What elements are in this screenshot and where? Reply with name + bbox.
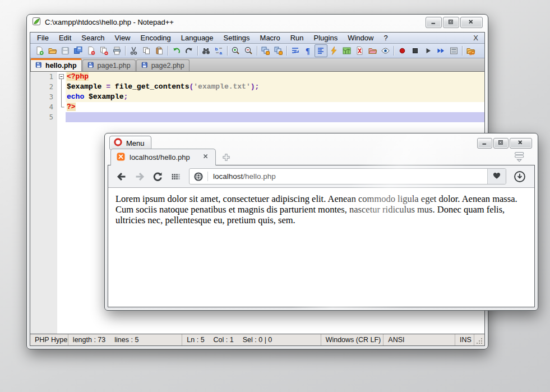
folder-workspace-button[interactable] (366, 44, 379, 57)
menu-item-view[interactable]: View (110, 33, 136, 43)
cut-button[interactable] (127, 44, 140, 57)
tab-label: page2.php (151, 62, 184, 70)
menu-item-edit[interactable]: Edit (54, 33, 76, 43)
menu-item-item[interactable]: ? (378, 33, 392, 43)
replace-button[interactable]: ba (212, 44, 225, 57)
print-button[interactable] (110, 44, 123, 57)
npp-tabbar: hello.phppage1.phppage2.php (30, 58, 484, 72)
menu-item-settings[interactable]: Settings (219, 33, 255, 43)
tab-list-button[interactable] (512, 151, 525, 164)
download-button[interactable] (512, 169, 528, 185)
macro-save-button[interactable] (447, 44, 460, 57)
toolbar-separator (286, 46, 287, 56)
back-button[interactable] (115, 170, 128, 183)
paste-button[interactable] (153, 44, 166, 57)
maximize-button[interactable] (493, 138, 509, 149)
maximize-button[interactable] (443, 17, 459, 28)
forward-button[interactable] (133, 170, 146, 183)
minimize-button[interactable] (477, 138, 492, 149)
code-line: $example = file_get_contents('example.tx… (66, 82, 484, 92)
open-button[interactable] (46, 44, 59, 57)
resize-grip-icon[interactable] (474, 334, 484, 345)
opera-tab-title: localhost/hello.php (130, 153, 198, 162)
word-wrap-button[interactable] (289, 44, 302, 57)
save-button[interactable] (59, 44, 72, 57)
saved-file-icon (87, 62, 95, 70)
toolbar-separator (168, 46, 168, 56)
page-content: Lorem ipsum dolor sit amet, consectetuer… (108, 188, 534, 307)
opera-client-area: localhost/hello.php Lorem ipsum dolor si… (108, 165, 535, 307)
opera-tab[interactable]: localhost/hello.php (110, 149, 216, 165)
menu-item-macro[interactable]: Macro (255, 33, 285, 43)
close-button[interactable] (460, 17, 483, 28)
undo-button[interactable] (170, 44, 183, 57)
fold-marker-icon[interactable] (57, 72, 66, 122)
doc-switcher-button[interactable] (353, 44, 366, 57)
fold-margin[interactable] (57, 72, 66, 334)
code-token: 'example.txt' (193, 82, 250, 91)
site-badge-icon[interactable] (193, 172, 204, 182)
opera-titlebar[interactable]: Menu (105, 133, 538, 150)
code-line: <?php (66, 72, 484, 82)
zoom-out-button[interactable] (242, 44, 255, 57)
sync-h-button[interactable] (272, 44, 285, 57)
npp-close-document-button[interactable]: X (467, 34, 484, 42)
doc-map-button[interactable] (340, 44, 353, 57)
code-token: ?> (67, 103, 76, 111)
copy-button[interactable] (140, 44, 153, 57)
menu-item-file[interactable]: File (32, 33, 54, 43)
toolbar-separator (197, 46, 198, 56)
menu-item-language[interactable]: Language (176, 33, 219, 43)
close-all-button[interactable] (98, 44, 110, 57)
find-button[interactable] (200, 44, 212, 57)
npp-statusbar: PHP Hyperte length : 73lines : 5 Ln : 5C… (30, 334, 484, 345)
status-encoding[interactable]: ANSI (383, 334, 455, 345)
status-insert-mode[interactable]: INS (455, 334, 474, 345)
menu-item-window[interactable]: Window (343, 33, 378, 43)
function-list-button[interactable] (327, 44, 340, 57)
close-button[interactable] (85, 44, 98, 57)
npp-menubar: FileEditSearchViewEncodingLanguageSettin… (30, 33, 484, 44)
save-all-button[interactable] (72, 44, 85, 57)
npp-titlebar[interactable]: C:\xampp\htdocs\hello.php - Notepad++ (27, 15, 488, 30)
sync-v-button[interactable] (259, 44, 272, 57)
address-separator (207, 172, 208, 181)
line-number: 1 (30, 72, 53, 82)
address-text[interactable]: localhost/hello.php (213, 172, 487, 181)
reload-button[interactable] (151, 170, 164, 183)
menu-item-run[interactable]: Run (285, 33, 309, 43)
tab-page1-php[interactable]: page1.php (82, 59, 136, 71)
zoom-in-button[interactable] (229, 44, 242, 57)
opera-window: Menu localhost/hello.php (104, 133, 538, 311)
macro-record-button[interactable] (396, 44, 409, 57)
new-tab-button[interactable] (221, 152, 232, 165)
close-button[interactable] (510, 138, 532, 149)
indent-guide-button[interactable] (315, 44, 327, 57)
opera-window-controls (477, 138, 532, 149)
menu-item-plugins[interactable]: Plugins (309, 33, 343, 43)
svg-text:b: b (215, 47, 218, 52)
show-all-chars-button[interactable]: ¶ (302, 44, 315, 57)
line-number: 2 (30, 82, 53, 92)
redo-button[interactable] (183, 44, 196, 57)
new-file-button[interactable] (33, 44, 46, 57)
open-containing-folder-button[interactable] (464, 44, 477, 57)
code-token: $example (84, 93, 123, 101)
tab-close-icon[interactable] (202, 153, 210, 163)
macro-stop-button[interactable] (409, 44, 422, 57)
opera-toolbar: localhost/hello.php (108, 165, 534, 188)
speed-dial-button[interactable] (169, 170, 182, 183)
address-bar[interactable]: localhost/hello.php (189, 168, 506, 185)
tab-page2-php[interactable]: page2.php (136, 59, 190, 71)
bookmark-button[interactable] (487, 169, 506, 184)
macro-run-multiple-button[interactable] (435, 44, 447, 57)
status-eol-format[interactable]: Windows (CR LF) (321, 334, 384, 345)
tab-hello-php[interactable]: hello.php (30, 58, 82, 71)
macro-play-button[interactable] (422, 44, 435, 57)
code-token: ; (123, 93, 128, 101)
minimize-button[interactable] (426, 17, 442, 28)
monitor-button[interactable] (379, 44, 392, 57)
menu-item-search[interactable]: Search (76, 33, 109, 43)
status-doc-type: PHP Hyperte (30, 334, 68, 345)
menu-item-encoding[interactable]: Encoding (136, 33, 176, 43)
